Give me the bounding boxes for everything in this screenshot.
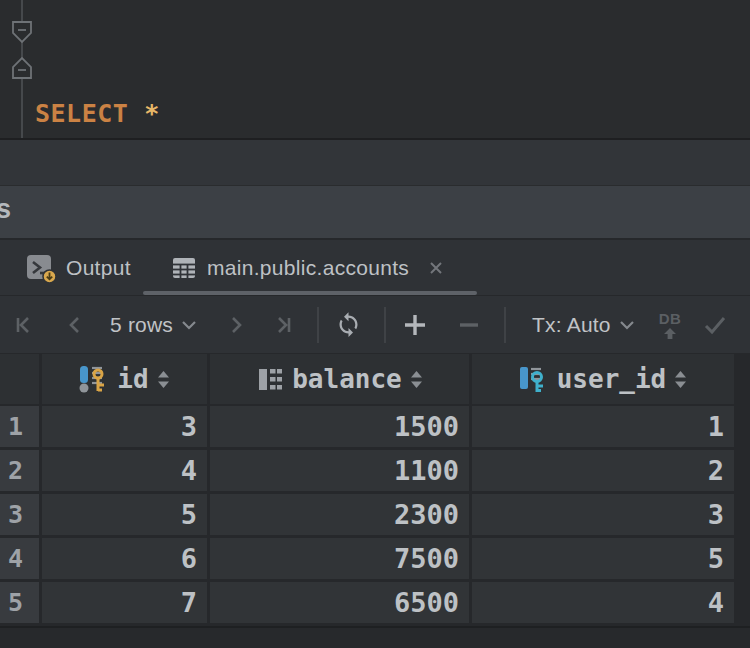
cell-user-id[interactable]: 5	[472, 538, 734, 579]
row-number[interactable]: 5	[0, 582, 39, 623]
column-icon	[256, 366, 284, 393]
add-row-button[interactable]	[402, 312, 428, 338]
column-name: user_id	[557, 364, 667, 394]
services-panel-header: s	[0, 185, 750, 238]
grid-corner-cell	[0, 354, 39, 404]
column-header-id[interactable]: id	[42, 354, 207, 404]
table-icon	[171, 255, 197, 281]
toolbar-separator	[317, 307, 319, 343]
table-row: 1 3 1500 1	[0, 406, 750, 447]
result-tab-bar: Output main.public.accounts	[0, 238, 750, 295]
statement-end-marker-icon[interactable]	[10, 55, 34, 81]
sql-star: *	[144, 99, 160, 128]
grid-header-row: id balance	[0, 353, 750, 406]
sql-keyword-select: SELECT	[35, 99, 128, 128]
cell-balance[interactable]: 1500	[210, 406, 469, 447]
code-line-1: SELECT*	[35, 93, 253, 135]
sql-editor[interactable]: SELECT* FROMaccounts;	[0, 0, 750, 138]
transaction-mode-select[interactable]: Tx: Auto	[532, 313, 635, 337]
datagrip-window: SELECT* FROMaccounts; s Output	[0, 0, 750, 648]
delete-row-button[interactable]	[456, 312, 482, 338]
foreign-key-column-icon	[519, 365, 549, 393]
row-number[interactable]: 2	[0, 450, 39, 491]
column-name: id	[117, 364, 148, 394]
grid-body: 1 3 1500 1 2 4 1100 2 3 5 2300 3 4 6 750…	[0, 406, 750, 626]
cell-user-id[interactable]: 1	[472, 406, 734, 447]
previous-page-button[interactable]	[64, 314, 86, 336]
cell-balance[interactable]: 6500	[210, 582, 469, 623]
sort-icon[interactable]	[410, 370, 423, 389]
sort-icon[interactable]	[157, 370, 170, 389]
cell-user-id[interactable]: 3	[472, 494, 734, 535]
submit-to-database-button[interactable]: DB	[659, 311, 682, 339]
last-page-button[interactable]	[273, 314, 295, 336]
console-output-icon	[26, 253, 56, 283]
next-page-button[interactable]	[225, 314, 247, 336]
first-page-button[interactable]	[12, 314, 34, 336]
cell-balance[interactable]: 2300	[210, 494, 469, 535]
sort-icon[interactable]	[674, 370, 687, 389]
table-row: 2 4 1100 2	[0, 450, 750, 491]
status-strip	[0, 626, 750, 648]
commit-button[interactable]	[701, 311, 729, 339]
row-number[interactable]: 1	[0, 406, 39, 447]
editor-bottom-panel	[0, 138, 750, 185]
cell-balance[interactable]: 7500	[210, 538, 469, 579]
statement-start-marker-icon[interactable]	[10, 19, 34, 45]
table-row: 5 7 6500 4	[0, 582, 750, 623]
cell-id[interactable]: 4	[42, 450, 207, 491]
cell-balance[interactable]: 1100	[210, 450, 469, 491]
row-number[interactable]: 4	[0, 538, 39, 579]
column-name: balance	[292, 364, 402, 394]
result-toolbar: 5 rows Tx: Auto DB	[0, 295, 750, 353]
table-row: 3 5 2300 3	[0, 494, 750, 535]
close-tab-icon[interactable]	[427, 259, 445, 277]
services-panel-partial-text: s	[0, 194, 11, 225]
checkmark-icon	[701, 311, 729, 339]
chevron-down-icon	[181, 319, 197, 331]
column-header-balance[interactable]: balance	[210, 354, 469, 404]
row-number[interactable]: 3	[0, 494, 39, 535]
table-row: 4 6 7500 5	[0, 538, 750, 579]
cell-user-id[interactable]: 2	[472, 450, 734, 491]
tab-result-accounts[interactable]: main.public.accounts	[143, 240, 477, 295]
cell-id[interactable]: 3	[42, 406, 207, 447]
page-size-select[interactable]: 5 rows	[110, 313, 197, 337]
cell-id[interactable]: 6	[42, 538, 207, 579]
tab-output[interactable]: Output	[26, 240, 131, 295]
column-header-user-id[interactable]: user_id	[472, 354, 734, 404]
cell-user-id[interactable]: 4	[472, 582, 734, 623]
chevron-down-icon	[619, 319, 635, 331]
db-upload-icon: DB	[659, 311, 682, 326]
transaction-mode-label: Tx: Auto	[532, 313, 611, 337]
cell-id[interactable]: 5	[42, 494, 207, 535]
page-size-label: 5 rows	[110, 313, 173, 337]
tab-result-label: main.public.accounts	[207, 256, 409, 280]
primary-key-column-icon	[79, 365, 109, 393]
cell-id[interactable]: 7	[42, 582, 207, 623]
tab-output-label: Output	[66, 256, 131, 280]
refresh-icon	[335, 311, 362, 338]
toolbar-separator	[504, 307, 506, 343]
refresh-button[interactable]	[335, 311, 362, 338]
toolbar-separator	[384, 307, 386, 343]
